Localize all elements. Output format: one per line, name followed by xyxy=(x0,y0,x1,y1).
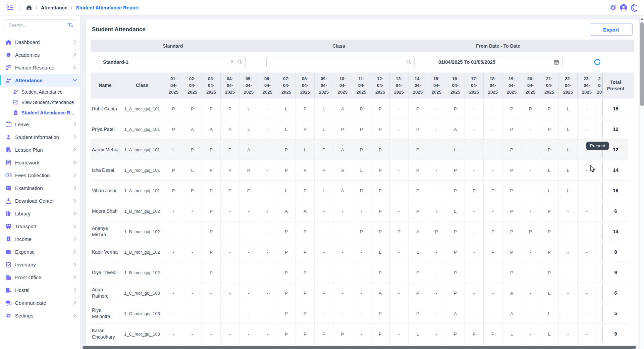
sidebar-item-fees-collection[interactable]: Fees Collection xyxy=(0,169,80,182)
export-button[interactable]: Export xyxy=(590,23,633,36)
horizontal-scrollbar-thumb[interactable] xyxy=(83,346,636,349)
class-cell: 1_A_mor_guj_101 xyxy=(120,119,164,140)
calendar-icon xyxy=(5,121,12,128)
attendance-cell: P xyxy=(371,140,390,160)
table-row[interactable]: Diya Trivedi1_B_mor_guj_102--P---PP---P-… xyxy=(91,262,634,283)
student-name-cell: Meera Shah xyxy=(91,201,120,221)
table-row[interactable]: Aarav Mehta1_A_mor_guj_101LPPPA-PLPAPP-P… xyxy=(91,140,634,160)
date-range-input[interactable] xyxy=(434,56,562,68)
attendance-cell: L xyxy=(409,324,427,344)
sidebar-item-attendance[interactable]: Attendance xyxy=(0,74,80,87)
attendance-cell: L xyxy=(502,324,521,344)
chevron-right-icon xyxy=(73,148,76,152)
table-row[interactable]: Kabir Verma1_B_mor_guj_102--P---PP---L-L… xyxy=(91,242,634,262)
sidebar-item-leave[interactable]: Leave xyxy=(0,118,80,131)
user-avatar-icon[interactable] xyxy=(620,4,628,12)
dark-mode-moon-icon[interactable] xyxy=(630,4,638,12)
sidebar-item-inventory[interactable]: Inventory xyxy=(0,258,80,271)
sidebar-item-homework[interactable]: Homework xyxy=(0,156,80,169)
filter-header: Standard Class From Date - To Date xyxy=(91,40,634,52)
sidebar-item-hostel[interactable]: Hostel xyxy=(0,284,80,296)
attendance-cell: - xyxy=(164,324,183,344)
calendar-icon[interactable] xyxy=(553,59,559,65)
class-select-input[interactable] xyxy=(266,56,415,68)
attendance-cell: L xyxy=(371,242,390,262)
vertical-scrollbar[interactable] xyxy=(639,15,644,349)
class-cell: 1_C_mor_guj_103 xyxy=(120,303,164,324)
sidebar-subitem-view-student-attendance[interactable]: View Student Attendance xyxy=(0,97,80,107)
table-row[interactable]: Meera Shah1_B_mor_guj_102--P---AA---P-P-… xyxy=(91,201,634,221)
sidebar-item-label: Front Office xyxy=(15,275,41,280)
attendance-cell: A xyxy=(296,201,315,221)
sidebar-item-download-center[interactable]: Download Center xyxy=(0,194,80,207)
gear-icon[interactable] xyxy=(609,4,617,12)
date-column-header: 08-04-2025 xyxy=(296,72,315,99)
clear-icon[interactable]: × xyxy=(229,59,235,64)
sidebar-item-academics[interactable]: Academics xyxy=(0,48,80,61)
sidebar-item-settings[interactable]: Settings xyxy=(0,309,80,322)
sidebar-item-communicate[interactable]: Communicate xyxy=(0,296,80,309)
scroll-up-arrow[interactable] xyxy=(641,18,643,20)
table-header-row: NameClass01-04-202502-04-202503-04-20250… xyxy=(91,72,634,99)
sidebar-subitem-student-attendance-r[interactable]: Student Attendance R... xyxy=(0,107,80,118)
attendance-cell: L xyxy=(352,160,371,181)
sidebar-subitem-label: View Student Attendance xyxy=(21,100,74,105)
attendance-cell: - xyxy=(258,160,277,181)
search-icon[interactable] xyxy=(406,59,412,65)
table-row[interactable]: Karan Choudhary1_C_mor_guj_103------PPPP… xyxy=(91,324,634,344)
sidebar-item-human-resource[interactable]: Human Resource xyxy=(0,61,80,74)
student-name-cell: Arjun Rathore xyxy=(91,283,120,303)
attendance-cell: - xyxy=(183,242,202,262)
date-column-header: 10-04-2025 xyxy=(333,72,352,99)
attendance-card: Student Attendance Export Standard Class… xyxy=(86,19,639,349)
clipped-attendance-cell xyxy=(596,201,603,221)
attendance-cell: P xyxy=(183,181,202,201)
horizontal-scrollbar[interactable] xyxy=(81,345,639,349)
total-present-cell: 9 xyxy=(603,324,628,344)
chevron-right-icon xyxy=(73,237,76,241)
attendance-cell: - xyxy=(390,283,409,303)
vertical-scrollbar-thumb[interactable] xyxy=(640,22,644,106)
search-icon[interactable] xyxy=(67,22,73,28)
sidebar-item-label: Attendance xyxy=(15,78,43,83)
attendance-cell: A xyxy=(371,283,390,303)
sidebar-item-transport[interactable]: Transport xyxy=(0,220,80,233)
home-icon[interactable] xyxy=(26,4,32,11)
sidebar-item-dashboard[interactable]: Dashboard xyxy=(0,36,80,48)
attendance-cell: P xyxy=(277,283,296,303)
sidebar-item-expense[interactable]: Expense xyxy=(0,245,80,258)
attendance-cell: L xyxy=(540,324,559,344)
sidebar-item-income[interactable]: Income xyxy=(0,233,80,245)
table-row[interactable]: Priya Patel1_A_mor_guj_101PAAPL-LPLPPP-P… xyxy=(91,119,634,140)
table-row[interactable]: Arjun Rathore1_C_mor_guj_103------PPP--A… xyxy=(91,283,634,303)
sidebar-item-label: Transport xyxy=(15,223,37,229)
table-row[interactable]: Vihan Joshi1_A_mor_guj_101PPPPP-LPLAPP-P… xyxy=(91,181,634,201)
table-row[interactable]: Ananya Mishra1_B_mor_guj_102--P---PP--PP… xyxy=(91,221,634,242)
breadcrumb-section[interactable]: Attendance xyxy=(41,5,67,10)
refresh-icon[interactable] xyxy=(593,58,601,66)
table-row[interactable]: Rohit Gupta1_A_mor_guj_101PPPPL-LPLAPP-P… xyxy=(91,99,634,119)
table-row[interactable]: Riya Malhotra1_C_mor_guj_103------PP---P… xyxy=(91,303,634,324)
attendance-cell: P xyxy=(352,99,371,119)
sidebar-toggle-icon[interactable] xyxy=(6,4,15,11)
chat-icon xyxy=(5,300,12,306)
attendance-cell: P xyxy=(277,160,296,181)
sidebar-item-lesson-plan[interactable]: Lesson Plan xyxy=(0,143,80,156)
gear-icon xyxy=(5,312,12,319)
chevron-right-icon xyxy=(73,122,76,126)
sidebar-item-student-information[interactable]: Student Information xyxy=(0,131,80,143)
sidebar-subitem-student-attendance[interactable]: Student Attendance xyxy=(0,87,80,97)
attendance-cell: - xyxy=(390,140,409,160)
search-icon[interactable] xyxy=(237,59,243,65)
breadcrumb-page[interactable]: Student Attendance Report xyxy=(76,5,139,10)
search-input[interactable] xyxy=(4,19,76,30)
attendance-cell: L xyxy=(315,99,333,119)
sidebar-item-examination[interactable]: Examination xyxy=(0,182,80,194)
clipped-attendance-cell xyxy=(596,221,603,242)
attendance-cell: - xyxy=(521,303,540,324)
standard-select-input[interactable] xyxy=(99,56,246,68)
sidebar-item-library[interactable]: Library xyxy=(0,207,80,220)
table-row[interactable]: Isha Desai1_A_mor_guj_101PLPPP-PPPALP-P-… xyxy=(91,160,634,181)
sidebar-item-front-office[interactable]: Front Office xyxy=(0,271,80,284)
date-column-header: 09-04-2025 xyxy=(315,72,333,99)
